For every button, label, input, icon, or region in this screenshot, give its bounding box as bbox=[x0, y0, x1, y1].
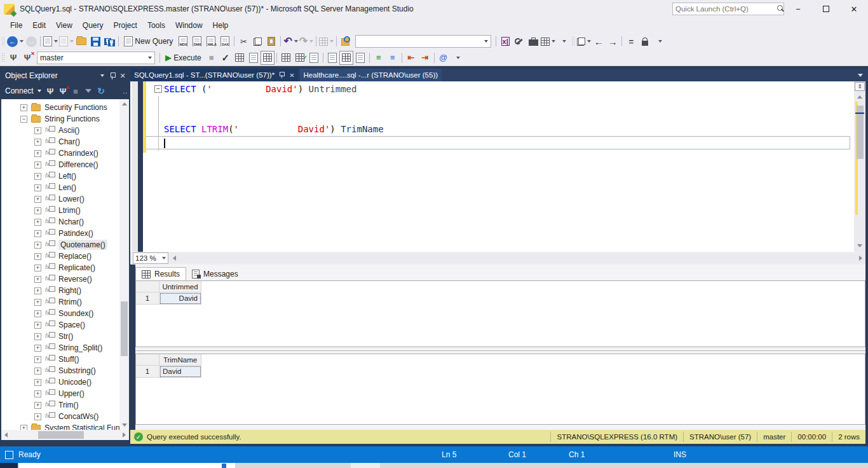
estimated-plan-button[interactable] bbox=[233, 51, 247, 65]
expand-icon[interactable]: + bbox=[34, 322, 41, 329]
collapse-region-icon[interactable]: − bbox=[154, 85, 162, 93]
code-line-4[interactable]: SELECT LTRIM(' David') TrimName bbox=[146, 123, 850, 136]
tab-healthcare[interactable]: Healthcare....sql -...r (STRANO\user (55… bbox=[300, 69, 442, 81]
editor-vertical-scrollbar[interactable]: ⇕ bbox=[854, 81, 865, 252]
tree-item-charindex[interactable]: +fxCharindex() bbox=[1, 148, 119, 159]
expand-icon[interactable]: + bbox=[34, 184, 41, 191]
tree-item-nchar[interactable]: +fxNchar() bbox=[1, 216, 119, 228]
tree-scroll-thumb[interactable] bbox=[121, 301, 128, 356]
redo-button[interactable]: ↷ bbox=[299, 34, 314, 48]
find-in-files-button[interactable] bbox=[339, 34, 353, 48]
menu-file[interactable]: File bbox=[5, 19, 27, 32]
expand-icon[interactable]: + bbox=[20, 104, 27, 111]
value-cell-david[interactable]: David bbox=[159, 366, 201, 378]
specify-values-button[interactable]: @ bbox=[437, 51, 451, 65]
increase-indent-button[interactable]: ⇥ bbox=[418, 51, 432, 65]
tree-item-quotename[interactable]: +fxQuotename() bbox=[1, 239, 119, 251]
new-file-button[interactable] bbox=[43, 34, 58, 48]
options-button[interactable] bbox=[512, 34, 526, 48]
expand-icon[interactable]: + bbox=[34, 333, 41, 340]
expand-icon[interactable]: + bbox=[34, 390, 41, 397]
scroll-up-arrow[interactable] bbox=[119, 99, 129, 109]
code-line-2[interactable] bbox=[146, 96, 850, 109]
scroll-right-arrow[interactable] bbox=[119, 430, 129, 439]
tree-item-security-functions[interactable]: +Security Functions bbox=[1, 102, 119, 113]
editor-scroll-left[interactable] bbox=[170, 253, 179, 263]
expand-icon[interactable]: + bbox=[34, 310, 41, 317]
save-all-button[interactable] bbox=[102, 34, 116, 48]
expand-icon[interactable]: + bbox=[34, 230, 41, 237]
query-options-button[interactable] bbox=[247, 51, 261, 65]
tree-item-replicate[interactable]: +fxReplicate() bbox=[1, 262, 119, 273]
toolbar-overflow-3[interactable] bbox=[451, 51, 465, 65]
new-dmx-query-button[interactable]: DMX bbox=[190, 34, 204, 48]
new-mdx-query-button[interactable]: MDX bbox=[176, 34, 190, 48]
tree-item-system-statistical-fun[interactable]: +System Statistical Fun bbox=[1, 422, 119, 430]
results-to-file-button[interactable] bbox=[353, 51, 367, 65]
compare-files-button[interactable] bbox=[576, 34, 592, 48]
selection-margin[interactable] bbox=[132, 81, 138, 252]
expand-icon[interactable]: + bbox=[34, 162, 41, 169]
change-connection-button[interactable]: Ψ✕ bbox=[20, 51, 34, 65]
expand-icon[interactable]: + bbox=[34, 196, 41, 203]
toolbar-grip[interactable] bbox=[1, 36, 5, 46]
expand-icon[interactable]: + bbox=[34, 276, 41, 283]
minimize-button[interactable]: − bbox=[784, 0, 812, 18]
cancel-query-button[interactable]: ■ bbox=[205, 51, 219, 65]
list-members-button[interactable]: = bbox=[624, 34, 638, 48]
analyze-query-button[interactable]: ✓ bbox=[293, 51, 307, 65]
taskbar-search-box[interactable] bbox=[19, 463, 235, 468]
scroll-left-arrow[interactable] bbox=[1, 430, 11, 439]
tree-item-lower[interactable]: +fxLower() bbox=[1, 193, 119, 205]
grid-corner-cell[interactable] bbox=[136, 281, 159, 292]
copy-button[interactable] bbox=[250, 34, 264, 48]
expand-icon[interactable]: + bbox=[34, 173, 41, 180]
row-header-1[interactable]: 1 bbox=[136, 366, 159, 378]
menu-query[interactable]: Query bbox=[78, 19, 109, 32]
tree-item-right[interactable]: +fxRight() bbox=[1, 285, 119, 296]
parse-button[interactable]: ✓ bbox=[219, 51, 233, 65]
tab-close-icon[interactable]: ✕ bbox=[289, 72, 294, 79]
intellisense-button[interactable] bbox=[261, 51, 275, 65]
results-grid-splitter[interactable] bbox=[135, 350, 865, 351]
oe-overflow-button[interactable]: .. bbox=[123, 88, 128, 95]
tree-item-string-functions[interactable]: −String Functions bbox=[1, 113, 119, 125]
oe-connect-button[interactable]: Ψ bbox=[44, 85, 57, 97]
save-button[interactable] bbox=[88, 34, 102, 48]
nav-forward-button[interactable]: → bbox=[606, 34, 620, 48]
pin-button[interactable] bbox=[107, 71, 118, 81]
code-line-5[interactable] bbox=[146, 136, 850, 149]
paste-button[interactable] bbox=[264, 34, 278, 48]
new-xmla-query-button[interactable]: XMLA bbox=[204, 34, 218, 48]
expand-icon[interactable]: + bbox=[34, 368, 41, 375]
toolbar-grip-2[interactable] bbox=[571, 36, 575, 46]
undo-button[interactable]: ↶ bbox=[283, 34, 298, 48]
results-grid-trimname[interactable]: TrimName1David bbox=[135, 354, 865, 425]
close-button[interactable]: ✕ bbox=[840, 0, 868, 18]
menu-edit[interactable]: Edit bbox=[27, 19, 51, 32]
expand-icon[interactable]: + bbox=[34, 356, 41, 363]
quick-launch-box[interactable] bbox=[672, 3, 784, 15]
sql-editor[interactable]: −SELECT (' David') UntrimmedSELECT LTRIM… bbox=[130, 81, 865, 252]
grid-corner-cell[interactable] bbox=[136, 354, 159, 366]
menu-tools[interactable]: Tools bbox=[142, 19, 170, 32]
object-explorer-header[interactable]: Object Explorer ✕ bbox=[0, 69, 130, 83]
tree-item-concatws[interactable]: +fxConcatWs() bbox=[1, 411, 119, 422]
oe-stop-button[interactable]: ■ bbox=[69, 85, 82, 97]
expand-icon[interactable]: + bbox=[34, 287, 41, 294]
tab-results[interactable]: Results bbox=[135, 267, 186, 280]
tree-item-unicode[interactable]: +fxUnicode() bbox=[1, 376, 119, 388]
tree-hscroll-thumb[interactable] bbox=[38, 431, 84, 439]
tree-item-stuff[interactable]: +fxStuff() bbox=[1, 354, 119, 365]
tree-item-space[interactable]: +fxSpace() bbox=[1, 319, 119, 331]
panel-close-button[interactable]: ✕ bbox=[118, 71, 128, 81]
results-grid-untrimmed[interactable]: Untrimmed1David bbox=[135, 280, 865, 347]
open-file-button[interactable] bbox=[74, 34, 88, 48]
design-query-button[interactable] bbox=[307, 51, 321, 65]
connect-query-button[interactable]: Ψ bbox=[6, 51, 20, 65]
execute-button[interactable]: ▶ Execute bbox=[162, 51, 205, 65]
expand-icon[interactable]: + bbox=[34, 242, 41, 249]
tree-horizontal-scrollbar[interactable] bbox=[1, 430, 129, 440]
tree-item-difference[interactable]: +fxDifference() bbox=[1, 159, 119, 170]
expand-icon[interactable]: + bbox=[34, 265, 41, 272]
